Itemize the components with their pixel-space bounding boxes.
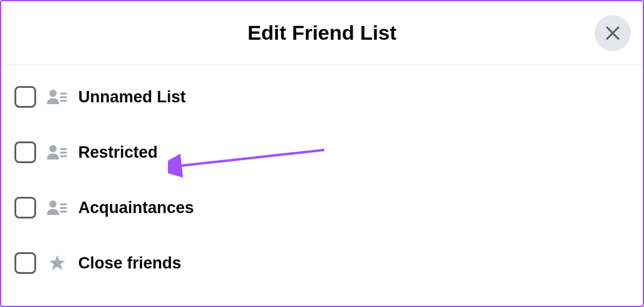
- close-button[interactable]: [595, 15, 631, 51]
- checkbox-close-friends[interactable]: [14, 252, 36, 274]
- item-label: Unnamed List: [78, 88, 186, 107]
- list-item-close-friends[interactable]: Close friends: [14, 249, 630, 277]
- item-label: Close friends: [78, 254, 181, 273]
- friend-list-options: Unnamed List Restricted: [1, 65, 643, 295]
- friend-list-icon: [47, 144, 67, 161]
- svg-rect-2: [60, 96, 67, 98]
- friend-list-icon: [47, 88, 67, 105]
- item-label: Acquaintances: [78, 199, 194, 217]
- dialog-title: Edit Friend List: [247, 21, 396, 45]
- svg-point-0: [49, 90, 57, 97]
- svg-rect-1: [60, 93, 67, 95]
- checkbox-restricted[interactable]: [14, 141, 36, 163]
- star-icon: [47, 255, 67, 271]
- svg-point-4: [49, 145, 57, 152]
- edit-friend-list-dialog: Edit Friend List Unnamed List: [0, 0, 644, 307]
- svg-point-8: [49, 200, 57, 208]
- svg-rect-3: [60, 100, 67, 102]
- close-icon: [604, 25, 621, 42]
- svg-rect-7: [60, 155, 67, 157]
- svg-rect-9: [60, 203, 67, 205]
- list-item-restricted[interactable]: Restricted: [14, 138, 630, 166]
- svg-rect-10: [60, 207, 67, 209]
- item-label: Restricted: [78, 143, 158, 162]
- checkbox-unnamed[interactable]: [14, 86, 36, 108]
- friend-list-icon: [47, 199, 67, 216]
- svg-rect-5: [60, 148, 67, 150]
- list-item-unnamed[interactable]: Unnamed List: [14, 83, 630, 111]
- dialog-header: Edit Friend List: [1, 1, 643, 65]
- checkbox-acquaintances[interactable]: [14, 197, 36, 219]
- svg-rect-11: [60, 211, 67, 212]
- list-item-acquaintances[interactable]: Acquaintances: [14, 194, 630, 222]
- svg-rect-6: [60, 152, 67, 154]
